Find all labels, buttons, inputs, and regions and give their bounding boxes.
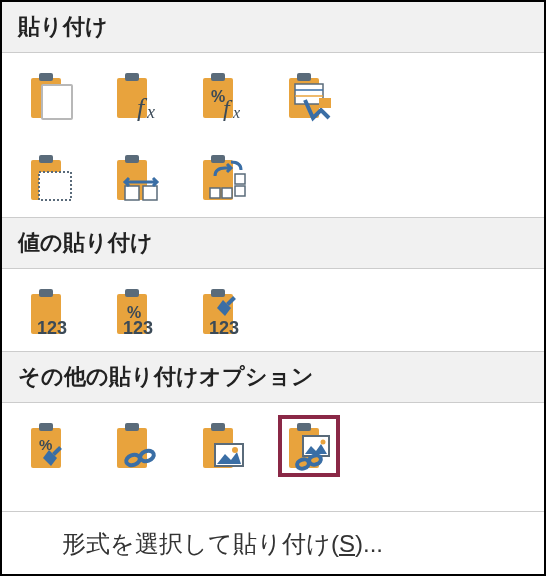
paste-keep-source-formatting-button[interactable]	[280, 67, 338, 125]
paste-special-text-before: 形式を選択して貼り付け(	[62, 530, 339, 557]
clipboard-fx-icon: f x	[111, 70, 163, 122]
svg-rect-28	[222, 188, 232, 198]
paste-values-button[interactable]: 123	[22, 283, 80, 341]
svg-text:123: 123	[123, 318, 153, 338]
svg-text:123: 123	[209, 318, 239, 338]
clipboard-percent-brush-icon: %	[25, 420, 77, 472]
svg-rect-23	[125, 186, 139, 200]
clipboard-paste-icon	[25, 70, 77, 122]
svg-rect-4	[125, 73, 139, 81]
svg-rect-22	[125, 155, 139, 163]
paste-transpose-button[interactable]	[194, 149, 252, 207]
section-header-values: 値の貼り付け	[2, 217, 544, 269]
paste-all-button[interactable]	[22, 67, 80, 125]
paste-values-number-format-button[interactable]: % 123	[108, 283, 166, 341]
svg-rect-24	[143, 186, 157, 200]
svg-rect-20	[39, 172, 71, 200]
paste-formulas-button[interactable]: f x	[108, 67, 166, 125]
svg-text:x: x	[232, 104, 240, 121]
svg-rect-43	[39, 423, 53, 431]
paste-formatting-button[interactable]: %	[22, 417, 80, 475]
svg-rect-17	[319, 98, 331, 108]
paste-column-widths-button[interactable]	[108, 149, 166, 207]
clipboard-123-icon: 123	[25, 286, 77, 338]
svg-rect-32	[39, 289, 53, 297]
svg-rect-2	[42, 85, 72, 119]
svg-rect-14	[295, 84, 323, 104]
clipboard-percent-fx-icon: % f x	[197, 70, 249, 122]
svg-rect-19	[39, 155, 53, 163]
svg-rect-29	[235, 174, 245, 184]
paste-special-text-after: )...	[355, 530, 383, 557]
clipboard-source-format-icon	[283, 70, 335, 122]
svg-text:x: x	[146, 102, 155, 122]
svg-rect-13	[297, 73, 311, 81]
svg-text:%: %	[39, 436, 52, 453]
clipboard-picture-icon	[197, 420, 249, 472]
svg-point-57	[321, 440, 326, 445]
svg-rect-1	[39, 73, 53, 81]
paste-linked-picture-button[interactable]	[280, 417, 338, 475]
paste-row-1: f x % f x	[2, 53, 544, 135]
other-row: %	[2, 403, 544, 485]
clipboard-linked-picture-icon	[283, 420, 335, 472]
paste-special-hotkey: S	[339, 530, 355, 557]
svg-rect-35	[125, 289, 139, 297]
section-header-other: その他の貼り付けオプション	[2, 351, 544, 403]
clipboard-brush-123-icon: 123	[197, 286, 249, 338]
svg-rect-30	[235, 186, 245, 196]
paste-formulas-number-format-button[interactable]: % f x	[194, 67, 252, 125]
paste-options-panel: 貼り付け f x % f x	[0, 0, 546, 576]
svg-rect-51	[211, 423, 225, 431]
paste-picture-button[interactable]	[194, 417, 252, 475]
paste-link-button[interactable]	[108, 417, 166, 475]
svg-rect-26	[211, 155, 225, 163]
clipboard-link-icon	[111, 420, 163, 472]
clipboard-column-width-icon	[111, 152, 163, 204]
section-header-paste: 貼り付け	[2, 2, 544, 53]
svg-rect-27	[210, 188, 220, 198]
paste-values-source-format-button[interactable]: 123	[194, 283, 252, 341]
clipboard-transpose-icon	[197, 152, 249, 204]
clipboard-percent-123-icon: % 123	[111, 286, 163, 338]
svg-text:123: 123	[37, 318, 67, 338]
svg-rect-39	[211, 289, 225, 297]
paste-special-menu-item[interactable]: 形式を選択して貼り付け(S)...	[2, 511, 544, 574]
paste-no-borders-button[interactable]	[22, 149, 80, 207]
paste-row-2	[2, 135, 544, 217]
svg-rect-8	[211, 73, 225, 81]
svg-point-53	[232, 447, 238, 453]
svg-rect-55	[297, 423, 311, 431]
values-row: 123 % 123 123	[2, 269, 544, 351]
svg-rect-47	[125, 423, 139, 431]
clipboard-no-border-icon	[25, 152, 77, 204]
